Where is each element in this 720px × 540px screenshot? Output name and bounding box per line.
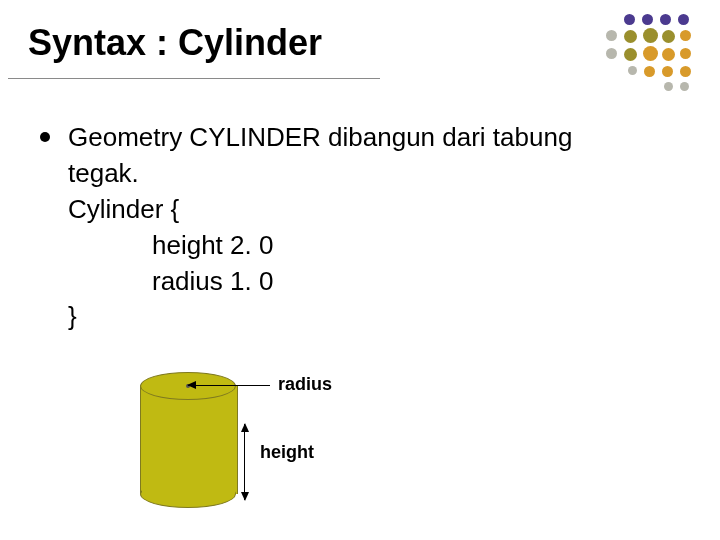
decor-dot-icon bbox=[624, 14, 635, 25]
title-underline bbox=[8, 78, 380, 79]
code-line: radius 1. 0 bbox=[152, 264, 572, 300]
decor-dot-icon bbox=[664, 82, 673, 91]
decor-dot-icon bbox=[662, 30, 675, 43]
decor-dot-icon bbox=[643, 46, 658, 61]
bullet-text: Geometry CYLINDER dibangun dari tabung t… bbox=[68, 120, 572, 335]
decor-dot-icon bbox=[643, 28, 658, 43]
content-block: Geometry CYLINDER dibangun dari tabung t… bbox=[40, 120, 680, 335]
text-line: Geometry CYLINDER dibangun dari tabung bbox=[68, 120, 572, 156]
code-line: height 2. 0 bbox=[152, 228, 572, 264]
decor-dot-icon bbox=[628, 66, 637, 75]
text-line: tegak. bbox=[68, 156, 572, 192]
decor-dot-icon bbox=[624, 48, 637, 61]
slide-title: Syntax : Cylinder bbox=[28, 22, 322, 64]
decor-dot-icon bbox=[662, 48, 675, 61]
bullet-item: Geometry CYLINDER dibangun dari tabung t… bbox=[40, 120, 680, 335]
bullet-icon bbox=[40, 132, 50, 142]
code-line: } bbox=[68, 299, 572, 335]
decor-dot-icon bbox=[660, 14, 671, 25]
decor-dot-icon bbox=[680, 82, 689, 91]
decor-dot-icon bbox=[642, 14, 653, 25]
decor-dot-icon bbox=[680, 66, 691, 77]
decor-dot-icon bbox=[644, 66, 655, 77]
decor-dot-icon bbox=[606, 30, 617, 41]
decor-dot-icon bbox=[680, 48, 691, 59]
radius-arrow-icon bbox=[188, 385, 270, 386]
slide: Syntax : Cylinder Geometry CYLINDER diba… bbox=[0, 0, 720, 540]
decor-dot-icon bbox=[606, 48, 617, 59]
decor-dot-icon bbox=[680, 30, 691, 41]
decor-dot-icon bbox=[662, 66, 673, 77]
decor-dot-icon bbox=[624, 30, 637, 43]
corner-decoration bbox=[556, 14, 706, 104]
radius-label: radius bbox=[278, 374, 332, 395]
cylinder-diagram: radius height bbox=[140, 372, 400, 532]
cylinder-bottom-mask bbox=[142, 480, 235, 494]
decor-dot-icon bbox=[678, 14, 689, 25]
height-arrow-icon bbox=[244, 424, 245, 500]
cylinder-body-icon bbox=[140, 386, 238, 494]
code-line: Cylinder { bbox=[68, 192, 572, 228]
height-label: height bbox=[260, 442, 314, 463]
